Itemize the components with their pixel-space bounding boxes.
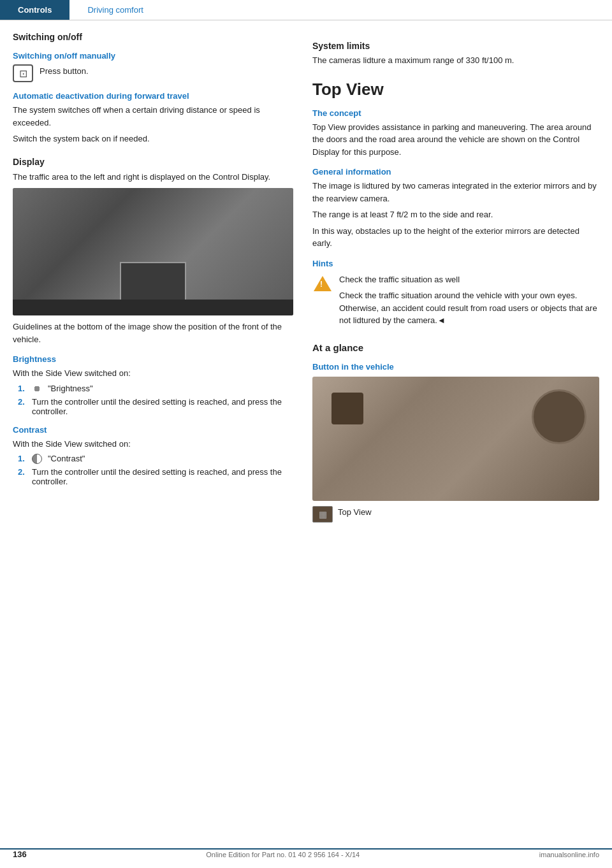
display-image xyxy=(13,188,293,315)
button-in-vehicle-subtitle: Button in the vehicle xyxy=(312,362,599,372)
brightness-step2-num: 2. xyxy=(18,397,28,407)
contrast-step2-text: Turn the controller until the desired se… xyxy=(32,467,293,486)
auto-deactivation-subtitle: Automatic deactivation during forward tr… xyxy=(13,91,293,101)
concept-subtitle: The concept xyxy=(312,108,599,118)
contrast-subtitle: Contrast xyxy=(13,425,293,435)
contrast-step1: 1. "Contrast" xyxy=(18,454,293,464)
warning-icon xyxy=(312,273,333,294)
top-view-caption-row: Top View xyxy=(312,506,599,523)
press-button-row: Press button. xyxy=(13,64,293,82)
tab-driving-comfort[interactable]: Driving comfort xyxy=(69,0,161,20)
general-info-text2: The range is at least 7 ft/2 m to the si… xyxy=(312,208,599,221)
button-icon xyxy=(13,64,33,82)
tab-controls[interactable]: Controls xyxy=(0,0,69,20)
image-caption: Guidelines at the bottom of the image sh… xyxy=(13,321,293,345)
page-footer: 136 Online Edition for Part no. 01 40 2 … xyxy=(0,848,612,859)
switching-manual-subtitle: Switching on/off manually xyxy=(13,51,293,61)
brightness-step1-num: 1. xyxy=(18,384,28,393)
footer-page-number: 136 xyxy=(13,850,27,859)
contrast-step2-num: 2. xyxy=(18,467,28,477)
general-info-subtitle: General information xyxy=(312,167,599,177)
tab-controls-label: Controls xyxy=(18,5,52,15)
top-view-caption: Top View xyxy=(338,506,372,519)
brightness-step1: 1. "Brightness" xyxy=(18,384,293,394)
contrast-list: 1. "Contrast" 2. Turn the controller unt… xyxy=(13,454,293,486)
brightness-list: 1. "Brightness" 2. Turn the controller u… xyxy=(13,384,293,416)
left-column: Switching on/off Switching on/off manual… xyxy=(13,32,293,523)
contrast-step1-num: 1. xyxy=(18,454,28,463)
brightness-subtitle: Brightness xyxy=(13,354,293,364)
brightness-with: With the Side View switched on: xyxy=(13,367,293,380)
hints-subtitle: Hints xyxy=(312,259,599,268)
hints-warning-line1: Check the traffic situation as well xyxy=(339,273,599,286)
sun-icon xyxy=(32,384,42,394)
general-info-text3: In this way, obstacles up to the height … xyxy=(312,225,599,250)
system-limits-text: The cameras lidture a maximum range of 3… xyxy=(312,54,599,67)
general-info-text1: The image is lidtured by two cameras int… xyxy=(312,180,599,205)
press-button-label: Press button. xyxy=(40,65,89,78)
warning-box: Check the traffic situation as well Chec… xyxy=(312,273,599,331)
auto-deactivation-text2: Switch the system back on if needed. xyxy=(13,133,293,145)
display-subtitle: Display xyxy=(13,157,293,167)
hints-warning-text: Check the traffic situation around the v… xyxy=(339,289,599,327)
contrast-step1-text: "Contrast" xyxy=(48,454,85,463)
top-view-heading: Top View xyxy=(312,80,599,99)
system-limits-subtitle: System limits xyxy=(312,41,599,51)
top-view-caption-icon xyxy=(312,506,333,523)
at-a-glance-subtitle: At a glance xyxy=(312,342,599,353)
display-image-inner xyxy=(13,188,293,315)
brightness-step2-text: Turn the controller until the desired se… xyxy=(32,397,293,416)
display-text: The traffic area to the left and right i… xyxy=(13,171,293,184)
vehicle-button-image xyxy=(312,377,599,501)
concept-text: Top View provides assistance in parking … xyxy=(312,121,599,159)
contrast-with: With the Side View switched on: xyxy=(13,438,293,451)
halfcircle-icon xyxy=(32,454,42,464)
auto-deactivation-text1: The system switches off when a certain d… xyxy=(13,104,293,129)
footer-right-text: imanualsonline.info xyxy=(539,851,599,858)
switching-title: Switching on/off xyxy=(13,32,293,42)
page-header: Controls Driving comfort xyxy=(0,0,612,20)
brightness-step1-text: "Brightness" xyxy=(48,384,93,393)
footer-center-text: Online Edition for Part no. 01 40 2 956 … xyxy=(206,851,360,858)
brightness-step2: 2. Turn the controller until the desired… xyxy=(18,397,293,416)
main-content: Switching on/off Switching on/off manual… xyxy=(0,20,612,548)
contrast-step2: 2. Turn the controller until the desired… xyxy=(18,467,293,486)
warning-content: Check the traffic situation as well Chec… xyxy=(339,273,599,331)
right-column: System limits The cameras lidture a maxi… xyxy=(306,32,599,523)
tab-driving-comfort-label: Driving comfort xyxy=(87,5,143,15)
warning-triangle xyxy=(314,276,332,291)
